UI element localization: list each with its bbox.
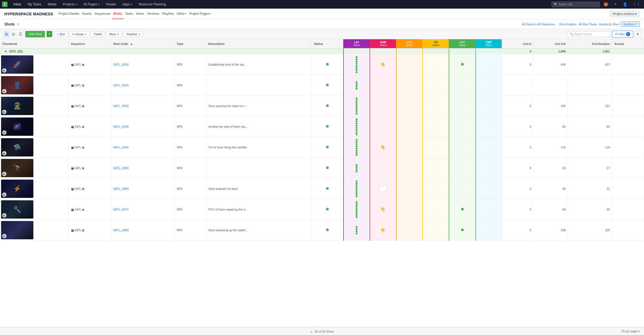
play-button[interactable]: ▶	[2, 172, 6, 176]
user-icon[interactable]: 👤	[621, 2, 629, 7]
nav-apps[interactable]: Apps ▾	[120, 1, 135, 7]
group-button[interactable]: ≡ Group ▾	[69, 31, 89, 37]
pipeline-button[interactable]: Pipeline ▾	[123, 31, 143, 37]
shot-code-link[interactable]: SATL_0050	[113, 166, 129, 170]
add-shot-button[interactable]: Add Shot	[25, 31, 45, 37]
nav-assets[interactable]: Assets	[81, 9, 93, 19]
nav-all-pages[interactable]: All Pages ▾	[81, 1, 102, 7]
global-search[interactable]: 🔍 Search Site...	[551, 2, 600, 7]
table-row[interactable]: 🛰 ⋮⋮ ▶ 🎬SATLSATL_0080VFXSven powering up…	[0, 220, 644, 241]
shot-code-link[interactable]: SATL_0020	[113, 104, 129, 108]
gift-icon[interactable]: 🎁	[602, 2, 610, 7]
nav-projects[interactable]: Projects ▾	[60, 1, 80, 7]
column-adjust-button[interactable]: ⧉	[635, 31, 641, 37]
col-cut-duration[interactable]: Cut Duration	[568, 39, 612, 48]
col-cut-out[interactable]: Cut Out	[534, 39, 568, 48]
thumbnail-image[interactable]: 🔭 ⋮⋮ ▶	[1, 159, 33, 177]
thumbnail-image[interactable]: 👤 ⋮⋮ ▶	[1, 76, 33, 94]
modified-badge[interactable]: Modified ▾	[621, 22, 640, 27]
view-grid[interactable]: ⊟	[10, 31, 17, 37]
shot-code-link[interactable]: SATL_0040	[113, 146, 129, 149]
sort-button[interactable]: ↕ Sort	[54, 31, 68, 37]
col-lay[interactable]: LAY Status	[344, 39, 370, 48]
shots-search[interactable]: 🔍 Search Shots...	[567, 31, 610, 37]
more-button[interactable]: More ▾	[106, 31, 122, 37]
nav-shots[interactable]: Shots	[112, 9, 123, 19]
nav-my-tasks[interactable]: My Tasks	[25, 1, 44, 7]
filter-button[interactable]: ⊘ Filter 1	[612, 31, 633, 38]
shot-code-link[interactable]: SATL_0060	[113, 187, 129, 190]
play-button[interactable]: ▶	[2, 213, 6, 218]
col-fx[interactable]: FX Status	[423, 39, 449, 48]
cell-thumbnail: 🔧 ⋮⋮ ▶	[0, 199, 69, 220]
col-assets[interactable]: Assets	[612, 39, 644, 48]
shot-code-link[interactable]: SATL_0070	[113, 208, 129, 211]
table-row[interactable]: 🧑‍🚀 ⋮⋮ ▶ 🎬SATLSATL_0020VFXSven opening t…	[0, 96, 644, 116]
col-cut-in[interactable]: Cut In	[502, 39, 534, 48]
link-all-shots[interactable]: All Shots in All Departme...	[522, 23, 557, 26]
col-lgt[interactable]: LGT Status	[449, 39, 475, 48]
project-actions-button[interactable]: Project Actions ▾	[610, 11, 640, 17]
nav-resource-planning[interactable]: Resource Planning	[136, 1, 169, 7]
view-thumbnail[interactable]: ⊞	[3, 31, 10, 37]
nav-people[interactable]: People	[103, 1, 119, 7]
col-type[interactable]: Type	[174, 39, 206, 48]
col-status[interactable]: Status	[312, 39, 344, 48]
thumbnail-image[interactable]: 🧑‍🚀 ⋮⋮ ▶	[1, 97, 33, 115]
table-row[interactable]: 👤 ⋮⋮ ▶ 🎬SATLSATL_0015VFX-----	[0, 75, 644, 96]
play-button[interactable]: ▶	[2, 68, 6, 73]
thumbnail-image[interactable]: 🚀 ⋮⋮ ▶	[1, 55, 33, 74]
table-row[interactable]: 🔭 ⋮⋮ ▶ 🎬SATLSATL_0050VFX-----02627	[0, 158, 644, 179]
nav-versions[interactable]: Versions	[146, 9, 160, 19]
favorite-star[interactable]: ☆	[16, 22, 20, 26]
table-row[interactable]: 🔧 ⋮⋮ ▶ 🎬SATLSATL_0070VFXPOV of Sven repa…	[0, 199, 644, 220]
nav-sequences[interactable]: Sequences	[93, 9, 112, 19]
table-row[interactable]: 🚀 ⋮⋮ ▶ 🎬SATLSATL_0010VFXEstablishing sho…	[0, 54, 644, 75]
link-shot-insights[interactable]: Shot Insights	[559, 23, 576, 26]
col-shot-code[interactable]: Shot Code ▲	[111, 39, 174, 48]
plus-icon[interactable]: ＋	[612, 1, 619, 7]
view-list[interactable]: ☰	[17, 31, 24, 37]
play-button[interactable]: ▶	[2, 151, 6, 155]
play-button[interactable]: ▶	[2, 234, 6, 238]
play-button[interactable]: ▶	[2, 89, 6, 93]
group-row-satl[interactable]: ▼ SATL (26) 0 1,896 1,921	[0, 48, 644, 54]
grid-icon[interactable]: ⋮⋮	[631, 2, 642, 7]
thumbnail-image[interactable]: ⚡ ⋮⋮ ▶	[1, 180, 33, 198]
task-dot	[356, 111, 358, 112]
link-all-shot-tasks[interactable]: All Shot Tasks	[578, 23, 597, 26]
app-logo[interactable]: F	[2, 2, 8, 7]
thumbnail-image[interactable]: 🛰 ⋮⋮ ▶	[1, 221, 33, 239]
nav-inbox[interactable]: Inbox	[11, 1, 24, 7]
thumbnail-image[interactable]: 🌌 ⋮⋮ ▶	[1, 117, 33, 136]
thumbnail-image[interactable]: 🛸 ⋮⋮ ▶	[1, 138, 33, 156]
shot-code-link[interactable]: SATL_0015	[113, 84, 129, 87]
nav-other[interactable]: Other▾	[175, 9, 187, 19]
col-description[interactable]: Description	[206, 39, 312, 48]
group-expand-icon[interactable]: ▼	[4, 50, 7, 53]
table-row[interactable]: ⚡ ⋮⋮ ▶ 🎬SATLSATL_0060VFXSven activate hi…	[0, 179, 644, 199]
play-button[interactable]: ▶	[2, 110, 6, 114]
play-button[interactable]: ▶	[2, 130, 6, 135]
col-cmp[interactable]: CMP Status	[476, 39, 502, 48]
play-button[interactable]: ▶	[2, 193, 6, 197]
nav-project-pages[interactable]: Project Pages▾	[188, 9, 212, 19]
nav-media[interactable]: Media	[45, 1, 59, 7]
shots-table-container[interactable]: Thumbnail Sequence Shot Code ▲ Type Desc…	[0, 39, 644, 326]
thumbnail-image[interactable]: 🔧 ⋮⋮ ▶	[1, 200, 33, 219]
shot-code-link[interactable]: SATL_0030	[113, 125, 129, 128]
add-shot-dropdown[interactable]: ▾	[47, 31, 52, 37]
link-assets-by-shot[interactable]: Assets by Shot	[599, 23, 619, 26]
nav-tasks[interactable]: Tasks	[124, 9, 134, 19]
col-cfx[interactable]: CFX Status	[396, 39, 423, 48]
col-sequence[interactable]: Sequence	[69, 39, 111, 48]
fields-button[interactable]: Fields	[91, 31, 105, 37]
nav-playlists[interactable]: Playlists	[161, 9, 175, 19]
nav-project-details[interactable]: Project Details	[57, 9, 80, 19]
table-row[interactable]: 🌌 ⋮⋮ ▶ 🎬SATLSATL_0030VFXAnother far shot…	[0, 116, 644, 137]
col-anm[interactable]: ANM Status	[370, 39, 396, 48]
nav-notes[interactable]: Notes	[135, 9, 145, 19]
shot-code-link[interactable]: SATL_0010	[113, 63, 129, 66]
table-row[interactable]: 🛸 ⋮⋮ ▶ 🎬SATLSATL_0040VFXCU of Sven fixin…	[0, 137, 644, 158]
shot-code-link[interactable]: SATL_0080	[113, 229, 129, 232]
